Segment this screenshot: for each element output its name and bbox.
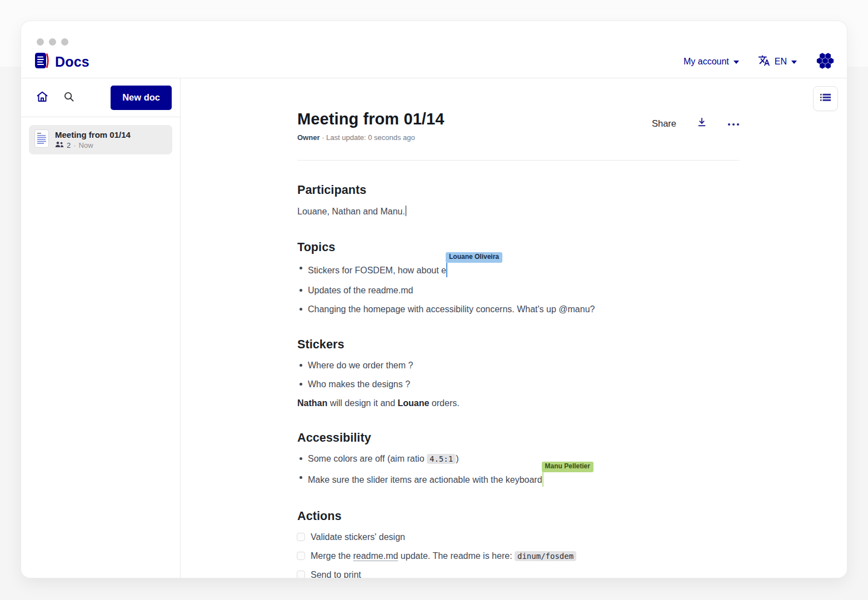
app-window: Docs My account EN xyxy=(21,21,847,578)
sidebar-toolbar: New doc xyxy=(21,78,180,117)
remote-cursor-manu: Manu Pelletier xyxy=(542,472,543,487)
new-doc-button[interactable]: New doc xyxy=(111,86,172,110)
chevron-down-icon xyxy=(734,61,739,64)
meta-separator: · xyxy=(73,141,76,149)
checkbox[interactable] xyxy=(297,533,305,541)
ellipsis-icon xyxy=(727,118,740,128)
last-active-time: Now xyxy=(79,141,93,149)
my-account-label: My account xyxy=(684,57,729,67)
search-button[interactable] xyxy=(59,88,79,108)
window-dot xyxy=(37,38,44,46)
window-dot xyxy=(49,38,56,46)
table-of-contents-button[interactable] xyxy=(813,86,838,111)
list-item: Updates of the readme.md xyxy=(297,285,740,296)
participants-text: Louane, Nathan and Manu. xyxy=(297,206,740,218)
share-button[interactable]: Share xyxy=(652,118,676,129)
list-item: Changing the homepage with accessibility… xyxy=(297,304,740,315)
list-item: Some colors are off (aim ratio 4.5:1) xyxy=(297,453,740,464)
document-list-item[interactable]: Meeting from 01/14 2 xyxy=(29,125,172,154)
la-suite-apps-button[interactable] xyxy=(816,52,835,72)
section-heading-actions: Actions xyxy=(297,509,740,523)
main-area: Meeting from 01/14 Owner · Last update: … xyxy=(181,78,847,578)
app-logo[interactable]: Docs xyxy=(34,52,89,72)
section-heading-accessibility: Accessibility xyxy=(297,431,740,445)
document-icon xyxy=(34,129,49,150)
checkbox[interactable] xyxy=(297,571,305,578)
inline-code: 4.5:1 xyxy=(427,454,456,464)
download-icon xyxy=(696,117,707,130)
app-name: Docs xyxy=(55,54,89,70)
list-item: Stickers for FOSDEM, how about eLouane O… xyxy=(297,263,740,277)
section-heading-topics: Topics xyxy=(297,241,740,254)
collaborator-count: 2 xyxy=(67,141,71,149)
sidebar: New doc xyxy=(21,78,181,578)
list-item: Where do we order them ? xyxy=(297,360,740,371)
stickers-note: Nathan will design it and Louane orders. xyxy=(297,398,740,408)
docs-logo-icon xyxy=(34,52,49,72)
editor-content[interactable]: Meeting from 01/14 Owner · Last update: … xyxy=(297,110,740,578)
todo-item: Merge the readme.md update. The readme i… xyxy=(297,551,740,562)
window-titlebar xyxy=(21,21,847,46)
remote-cursor-louane: Louane Oliveira xyxy=(446,263,447,277)
list-icon xyxy=(819,92,832,105)
collaborator-name-label: Louane Oliveira xyxy=(446,252,502,262)
window-dot xyxy=(61,38,68,46)
document-list: Meeting from 01/14 2 xyxy=(21,117,180,162)
waffle-icon xyxy=(816,52,835,72)
page-title: Meeting from 01/14 xyxy=(297,110,445,128)
people-icon xyxy=(55,141,64,149)
list-item: Make sure the slider items are actionabl… xyxy=(297,472,740,487)
list-item: Who makes the designs ? xyxy=(297,379,740,390)
inline-code: dinum/fosdem xyxy=(515,551,576,561)
readme-link[interactable]: readme.md xyxy=(353,551,398,561)
doc-meta: Owner · Last update: 0 seconds ago xyxy=(297,133,445,142)
text-caret xyxy=(406,206,407,216)
role-badge: Owner xyxy=(297,133,320,142)
home-icon xyxy=(36,90,49,106)
todo-item: Validate stickers' design xyxy=(297,532,740,543)
checkbox[interactable] xyxy=(297,552,305,560)
language-code: EN xyxy=(775,57,787,67)
translate-icon xyxy=(758,54,770,69)
search-icon xyxy=(63,91,75,105)
chevron-down-icon xyxy=(791,61,797,64)
home-button[interactable] xyxy=(32,88,52,108)
document-title: Meeting from 01/14 xyxy=(55,130,131,139)
language-selector[interactable]: EN xyxy=(758,54,797,69)
more-options-button[interactable] xyxy=(727,118,740,128)
todo-item: Send to print xyxy=(297,569,740,578)
section-heading-stickers: Stickers xyxy=(297,338,740,352)
collaborator-name-label: Manu Pelletier xyxy=(542,462,593,472)
my-account-menu[interactable]: My account xyxy=(684,57,739,67)
download-button[interactable] xyxy=(696,117,707,130)
section-heading-participants: Participants xyxy=(297,183,740,197)
app-header: Docs My account EN xyxy=(21,46,847,78)
divider xyxy=(297,160,740,161)
